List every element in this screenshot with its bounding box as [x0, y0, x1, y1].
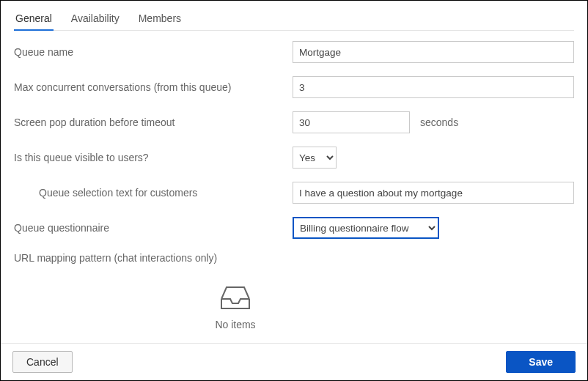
content-scroll[interactable]: General Availability Members Queue name … [1, 1, 587, 343]
questionnaire-select[interactable]: Billing questionnaire flow [293, 217, 439, 239]
empty-state-text: No items [215, 319, 255, 330]
save-button[interactable]: Save [506, 351, 576, 373]
max-concurrent-label: Max concurrent conversations (from this … [14, 81, 293, 93]
tab-availability[interactable]: Availability [70, 8, 121, 30]
tab-bar: General Availability Members [14, 8, 574, 31]
url-mapping-label: URL mapping pattern (chat interactions o… [14, 252, 574, 264]
screen-pop-suffix: seconds [420, 116, 458, 128]
queue-settings-dialog: General Availability Members Queue name … [0, 0, 588, 381]
visible-select[interactable]: Yes [293, 147, 337, 169]
tab-members[interactable]: Members [137, 8, 183, 30]
screen-pop-label: Screen pop duration before timeout [14, 116, 293, 128]
questionnaire-label: Queue questionnaire [14, 222, 293, 234]
queue-name-input[interactable] [293, 41, 574, 63]
url-mapping-empty: No items [1, 278, 574, 343]
selection-text-input[interactable] [293, 182, 574, 204]
visible-label: Is this queue visible to users? [14, 152, 293, 163]
queue-name-label: Queue name [14, 46, 293, 58]
tab-general[interactable]: General [14, 8, 54, 30]
inbox-icon [219, 284, 251, 313]
max-concurrent-input[interactable] [293, 76, 574, 98]
screen-pop-input[interactable] [293, 111, 410, 133]
dialog-footer: Cancel Save [1, 343, 587, 380]
cancel-button[interactable]: Cancel [12, 351, 73, 373]
selection-text-label: Queue selection text for customers [14, 187, 293, 199]
